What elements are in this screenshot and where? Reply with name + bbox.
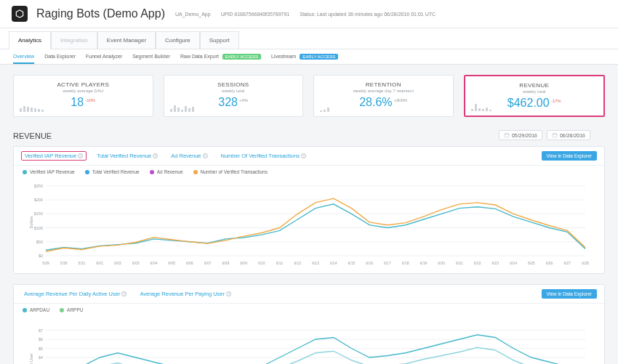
info-icon[interactable]: ? <box>153 153 158 158</box>
svg-text:$100: $100 <box>34 226 43 230</box>
info-icon[interactable]: ? <box>301 153 306 158</box>
legend-item[interactable]: ARPPU <box>60 307 83 312</box>
sparkline <box>471 104 491 111</box>
mtab-total-verified[interactable]: Total Verified Revenue? <box>94 151 161 161</box>
card-revenue[interactable]: REVENUE weekly total $462.00-17% <box>464 75 606 117</box>
date-from[interactable]: 05/29/2016 <box>499 130 542 140</box>
card-delta: +9% <box>239 98 248 102</box>
svg-text:$200: $200 <box>34 198 43 202</box>
metric-tabs: Verified IAP Revenue? Total Verified Rev… <box>21 151 309 161</box>
card-retention[interactable]: RETENTION weekly average day 7 retention… <box>313 75 454 117</box>
calendar-icon <box>504 132 510 138</box>
svg-text:6/22: 6/22 <box>474 261 481 265</box>
svg-text:$50: $50 <box>36 240 43 244</box>
mtab-verified-iap[interactable]: Verified IAP Revenue? <box>21 151 87 161</box>
card-active-players[interactable]: ACTIVE PLAYERS weekly average DAU 18-10% <box>13 75 153 117</box>
content: ACTIVE PLAYERS weekly average DAU 18-10%… <box>0 65 618 364</box>
svg-text:6/17: 6/17 <box>384 261 391 265</box>
svg-text:6/10: 6/10 <box>258 261 265 265</box>
svg-text:6/09: 6/09 <box>240 261 247 265</box>
card-delta: +300% <box>394 98 408 102</box>
upid: UPID 81887566840f35789791 <box>221 12 290 17</box>
tab-analytics[interactable]: Analytics <box>9 31 51 49</box>
mtab-arpdau[interactable]: Average Revenue Per Daily Active User? <box>21 289 129 299</box>
kpi-cards: ACTIVE PLAYERS weekly average DAU 18-10%… <box>13 75 605 117</box>
sparkline <box>320 108 329 112</box>
date-range-pickers: 05/29/2016 06/28/2016 <box>499 130 590 140</box>
panel-head: Average Revenue Per Daily Active User? A… <box>14 285 604 304</box>
svg-text:6/28: 6/28 <box>582 261 589 265</box>
subtab-funnel[interactable]: Funnel Analyzer <box>86 54 122 64</box>
metric-tabs: Average Revenue Per Daily Active User? A… <box>21 289 234 299</box>
badge-early-access: EARLY ACCESS <box>222 54 261 60</box>
card-value: 328+9% <box>218 96 248 109</box>
subtab-livestream[interactable]: Livestream EARLY ACCESS <box>271 54 338 64</box>
arpu-chart: $1$2$3$4$5$6$75/295/305/316/016/026/036/… <box>23 317 595 364</box>
svg-text:$7: $7 <box>39 328 43 333</box>
card-title: REVENUE <box>473 82 597 89</box>
svg-text:6/26: 6/26 <box>546 261 553 265</box>
card-title: SESSIONS <box>172 81 296 88</box>
subtab-overview[interactable]: Overview <box>13 54 34 64</box>
legend-item[interactable]: Verified IAP Revenue <box>23 169 75 174</box>
card-sub: weekly average DAU <box>21 89 145 93</box>
info-icon[interactable]: ? <box>78 153 83 158</box>
svg-text:6/15: 6/15 <box>348 261 356 265</box>
sparkline <box>170 105 194 112</box>
mtab-arppu[interactable]: Average Revenue Per Paying User? <box>137 289 234 299</box>
info-icon[interactable]: ? <box>121 291 127 296</box>
svg-text:5/29: 5/29 <box>42 261 49 265</box>
svg-text:$4: $4 <box>39 355 43 360</box>
mtab-num-tx[interactable]: Number Of Verified Transactions? <box>218 151 309 161</box>
svg-text:6/24: 6/24 <box>510 261 517 265</box>
svg-text:6/01: 6/01 <box>96 261 103 265</box>
tab-integration[interactable]: Integration <box>51 31 97 49</box>
subtab-segment[interactable]: Segment Builder <box>132 54 170 64</box>
chart-legend: ARPDAU ARPPU <box>14 304 604 312</box>
panel-arpu: Average Revenue Per Daily Active User? A… <box>13 284 605 364</box>
subtab-raw-label: Raw Data Export <box>180 54 219 59</box>
svg-text:$5: $5 <box>39 347 43 351</box>
info-icon[interactable]: ? <box>203 153 208 158</box>
chart-container: $0$50$100$150$200$2505/295/305/316/016/0… <box>14 174 604 273</box>
view-in-data-explorer-button[interactable]: View in Data Explorer <box>542 151 597 161</box>
subtab-raw-export[interactable]: Raw Data Export EARLY ACCESS <box>180 54 261 64</box>
primary-tabs: Analytics Integration Event Manager Conf… <box>0 28 618 49</box>
legend-item[interactable]: Number of Verified Transactions <box>193 169 268 174</box>
card-value: 28.6%+300% <box>359 96 407 109</box>
card-sub: weekly total <box>172 89 296 93</box>
svg-text:$0: $0 <box>39 254 43 258</box>
legend-item[interactable]: ARPDAU <box>23 307 49 312</box>
tab-support[interactable]: Support <box>200 31 239 49</box>
app-title: Raging Bots (Demo App) <box>36 7 165 20</box>
legend-item[interactable]: Total Verified Revenue <box>85 169 140 174</box>
svg-text:6/19: 6/19 <box>420 261 428 265</box>
unity-logo <box>12 6 28 22</box>
tab-configure[interactable]: Configure <box>156 31 200 49</box>
card-delta: -17% <box>551 99 561 103</box>
view-in-data-explorer-button[interactable]: View in Data Explorer <box>542 289 597 299</box>
svg-text:5/30: 5/30 <box>60 261 68 265</box>
status-text: Status: Last updated 36 minutes ago 06/2… <box>300 12 436 17</box>
card-sub: weekly average day 7 retention <box>321 89 446 93</box>
info-icon[interactable]: ? <box>226 291 231 296</box>
svg-text:6/21: 6/21 <box>456 261 463 265</box>
card-sessions[interactable]: SESSIONS weekly total 328+9% <box>164 75 304 117</box>
svg-text:6/06: 6/06 <box>186 261 193 265</box>
subtab-data-explorer[interactable]: Data Explorer <box>44 54 76 64</box>
svg-rect-0 <box>505 134 509 137</box>
tab-event-manager[interactable]: Event Manager <box>97 31 156 49</box>
svg-text:6/16: 6/16 <box>366 261 373 265</box>
svg-text:Dollars: Dollars <box>29 216 33 228</box>
svg-text:$150: $150 <box>34 211 43 216</box>
svg-text:5/31: 5/31 <box>79 261 86 265</box>
calendar-icon <box>552 132 558 138</box>
panel-revenue-breakdown: Verified IAP Revenue? Total Verified Rev… <box>13 146 605 274</box>
svg-text:6/07: 6/07 <box>204 261 212 265</box>
mtab-ad-revenue[interactable]: Ad Revenue? <box>168 151 210 161</box>
svg-text:6/12: 6/12 <box>294 261 301 265</box>
legend-item[interactable]: Ad Revenue <box>150 169 183 174</box>
date-to[interactable]: 06/28/2016 <box>547 130 590 140</box>
unity-cube-icon <box>15 9 25 19</box>
panel-head: Verified IAP Revenue? Total Verified Rev… <box>14 147 604 166</box>
